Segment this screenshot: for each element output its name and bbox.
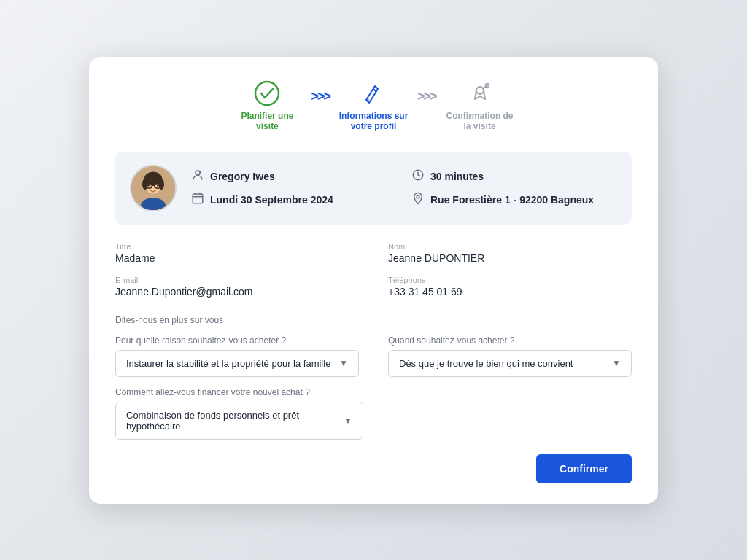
svg-point-19: [196, 171, 200, 175]
info-duration: 30 minutes: [411, 168, 617, 184]
step-informations: Informations sur votre profil: [337, 80, 410, 131]
dropdown2-value: Dès que je trouve le bien qui me convien…: [399, 358, 573, 369]
dropdown2-label: Quand souhaitez-vous acheter ?: [388, 335, 632, 346]
person-name: Gregory Iwes: [210, 171, 275, 182]
field-nom: Nom Jeanne DUPONTIER: [388, 242, 632, 264]
step-planifier: Planifier une visite: [231, 80, 303, 131]
dropdown-quand-container: Quand souhaitez-vous acheter ? Dès que j…: [388, 335, 632, 377]
modal-container: Planifier une visite >>> Informations su…: [89, 57, 658, 504]
dropdown-financer[interactable]: Combinaison de fonds personnels et prêt …: [115, 402, 363, 440]
titre-value: Madame: [115, 252, 359, 264]
chevron-down-icon-3: ▼: [344, 416, 352, 426]
confirm-button[interactable]: Confirmer: [536, 454, 632, 483]
dropdown-raison[interactable]: Instaurer la stabilité et la propriété p…: [115, 350, 359, 377]
svg-point-17: [157, 184, 159, 186]
clock-icon: [411, 168, 425, 184]
telephone-label: Téléphone: [388, 276, 632, 284]
address-value: Rue Forestière 1 - 92200 Bagneux: [430, 194, 594, 206]
dropdown-financer-container: Comment allez-vous financer votre nouvel…: [115, 387, 363, 440]
dropdown-row-1: Pour quelle raison souhaitez-vous achete…: [115, 335, 632, 377]
svg-line-4: [487, 85, 488, 86]
dropdown1-value: Instaurer la stabilité et la propriété p…: [126, 358, 330, 369]
duration-value: 30 minutes: [430, 171, 484, 182]
email-label: E-mail: [115, 276, 359, 284]
svg-point-25: [417, 195, 419, 198]
step-confirmation: Confirmation de la visite: [444, 80, 516, 131]
dropdown-raison-container: Pour quelle raison souhaitez-vous achete…: [115, 335, 359, 377]
field-titre: Titre Madame: [115, 242, 359, 264]
footer: Confirmer: [115, 454, 632, 483]
dropdown3-label: Comment allez-vous financer votre nouvel…: [115, 387, 363, 397]
titre-label: Titre: [115, 242, 359, 251]
dropdown-quand[interactable]: Dès que je trouve le bien qui me convien…: [388, 350, 632, 377]
section-label: Dites-nous en plus sur vous: [115, 315, 632, 325]
step-arrow-2: >>>: [417, 89, 436, 104]
form-grid: Titre Madame Nom Jeanne DUPONTIER E-mail…: [115, 242, 632, 309]
step-informations-icon: [360, 80, 387, 106]
step-planifier-label: Planifier une visite: [231, 111, 303, 131]
dropdown3-value: Combinaison de fonds personnels et prêt …: [126, 410, 344, 432]
svg-rect-21: [193, 194, 203, 203]
info-name: Gregory Iwes: [191, 168, 397, 184]
avatar: [130, 165, 177, 211]
svg-point-0: [255, 82, 279, 105]
step-planifier-icon: [254, 80, 280, 106]
person-icon: [191, 168, 204, 184]
dropdown1-label: Pour quelle raison souhaitez-vous achete…: [115, 335, 359, 346]
date-value: Lundi 30 Septembre 2024: [210, 194, 333, 206]
field-email: E-mail Jeanne.Dupontier@gmail.com: [115, 276, 359, 298]
info-address: Rue Forestière 1 - 92200 Bagneux: [411, 192, 617, 208]
step-arrow-1: >>>: [311, 89, 330, 104]
svg-point-16: [147, 184, 150, 186]
field-telephone: Téléphone +33 31 45 01 69: [388, 276, 632, 298]
email-value: Jeanne.Dupontier@gmail.com: [115, 286, 359, 298]
calendar-icon: [191, 192, 204, 208]
chevron-down-icon-2: ▼: [612, 358, 621, 368]
stepper: Planifier une visite >>> Informations su…: [115, 80, 632, 131]
nom-value: Jeanne DUPONTIER: [388, 252, 632, 264]
info-date: Lundi 30 Septembre 2024: [191, 192, 397, 208]
info-details: Gregory Iwes 30 minutes: [191, 168, 617, 208]
location-icon: [411, 192, 425, 208]
step-confirmation-icon: [467, 80, 493, 106]
step-informations-label: Informations sur votre profil: [337, 111, 410, 131]
nom-label: Nom: [388, 242, 632, 251]
step-confirmation-label: Confirmation de la visite: [444, 111, 516, 131]
chevron-down-icon-1: ▼: [339, 358, 348, 368]
info-card: Gregory Iwes 30 minutes: [115, 152, 632, 225]
telephone-value: +33 31 45 01 69: [388, 286, 632, 298]
